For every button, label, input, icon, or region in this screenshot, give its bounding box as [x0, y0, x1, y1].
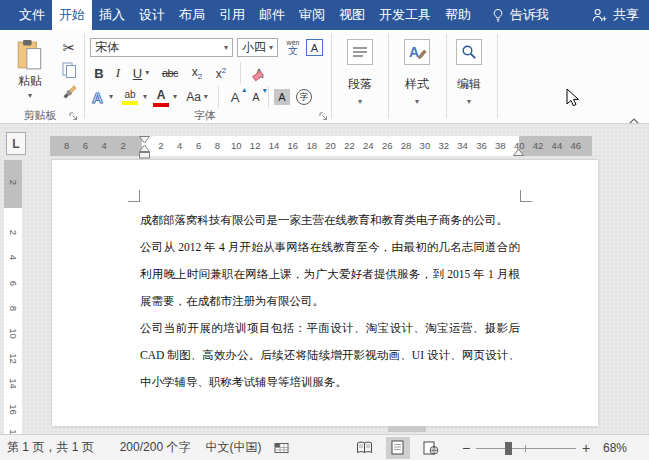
- clipboard-dialog-launcher[interactable]: [68, 109, 78, 119]
- ribbon-tab[interactable]: 开始: [52, 0, 92, 30]
- copy-button[interactable]: [57, 60, 81, 80]
- document-text-line[interactable]: 利用晚上时间兼职在网络上课，为广大爱好者提供服务，到 2015 年 1 月根据发: [140, 261, 520, 288]
- ribbon-tab[interactable]: 视图: [332, 0, 372, 30]
- editing-group-button[interactable]: 编辑 ▾: [450, 36, 488, 120]
- ribbon-tab[interactable]: 开发工具: [372, 0, 438, 30]
- character-shading-icon: A: [274, 89, 290, 105]
- font-name-combo[interactable]: 宋体 ▾: [90, 38, 233, 57]
- ribbon-tab[interactable]: 文件: [12, 0, 52, 30]
- svg-text:A: A: [92, 90, 103, 105]
- document-page[interactable]: 成都部落窝科技有限公司是一家主营在线教育和教育类电子商务的公司。 公司从 201…: [52, 160, 598, 426]
- h-ruler-number: 8: [208, 140, 226, 151]
- zoom-slider-thumb[interactable]: [505, 442, 512, 455]
- word-window: 文件 开始 插入 设计 布局 引用 邮件 审阅 视图 开发工具 帮助: [0, 0, 649, 460]
- document-text-line[interactable]: CAD 制图、高效办公。后续还将陆续增开影视动画、UI 设计、网页设计、摄影、: [140, 342, 520, 369]
- italic-icon: I: [116, 65, 120, 81]
- ribbon-tab[interactable]: 布局: [172, 0, 212, 30]
- language-status[interactable]: 中文(中国): [205, 439, 261, 456]
- text-effects-button[interactable]: A ▾: [87, 86, 116, 108]
- tab-stop-selector[interactable]: L: [6, 132, 26, 155]
- styles-group-button[interactable]: A 样式 ▾: [398, 36, 436, 120]
- zoom-in-button[interactable]: +: [579, 439, 593, 457]
- tell-me-button[interactable]: 告诉我: [491, 6, 549, 24]
- status-bar: 第 1 页，共 1 页 200/200 个字 中文(中国): [0, 434, 649, 460]
- cut-button[interactable]: ✂: [57, 38, 81, 58]
- h-ruler-number: 34: [454, 140, 472, 151]
- document-text-line[interactable]: 中小学辅导、职称考试辅导等培训服务。: [140, 369, 520, 396]
- superscript-button[interactable]: x2: [211, 63, 231, 83]
- ribbon-tab[interactable]: 邮件: [252, 0, 292, 30]
- character-shading-button[interactable]: A: [272, 86, 292, 108]
- styles-dropdown-arrow: ▾: [415, 97, 419, 106]
- read-mode-button[interactable]: [353, 437, 377, 459]
- document-text-line[interactable]: 公司当前开展的培训项目包括：平面设计、淘宝设计、淘宝运营、摄影后期、: [140, 315, 520, 342]
- character-border-icon: A: [306, 39, 323, 56]
- change-case-button[interactable]: Aa ▾: [182, 86, 212, 108]
- subscript-button[interactable]: x2: [187, 63, 207, 83]
- italic-button[interactable]: I: [110, 63, 126, 83]
- left-indent-marker[interactable]: [139, 152, 150, 159]
- ribbon-tab[interactable]: 帮助: [438, 0, 478, 30]
- font-dialog-launcher[interactable]: [318, 109, 328, 119]
- phonetic-guide-button[interactable]: wén 文: [283, 37, 303, 58]
- h-ruler-number: 2: [152, 140, 170, 151]
- ribbon-tab[interactable]: 设计: [132, 0, 172, 30]
- ribbon-tab[interactable]: 审阅: [292, 0, 332, 30]
- h-ruler-number: 42: [529, 140, 547, 151]
- proofing-status-button[interactable]: [274, 442, 289, 454]
- h-ruler-number: 2: [114, 140, 132, 151]
- hanging-indent-marker[interactable]: [139, 144, 150, 152]
- document-text-line[interactable]: 成都部落窝科技有限公司是一家主营在线教育和教育类电子商务的公司。: [140, 207, 520, 234]
- ribbon-tab-bar: 文件 开始 插入 设计 布局 引用 邮件 审阅 视图 开发工具 帮助: [0, 0, 649, 30]
- enclose-characters-icon: 字: [296, 89, 312, 105]
- word-count-status[interactable]: 200/200 个字: [120, 439, 191, 456]
- zoom-center-tick: [525, 445, 526, 452]
- clear-formatting-button[interactable]: A: [247, 63, 271, 83]
- highlight-icon: ab: [124, 89, 135, 100]
- first-line-indent-marker[interactable]: [139, 136, 150, 144]
- grow-font-button[interactable]: A▴: [224, 86, 246, 108]
- v-ruler-number: 14: [8, 377, 19, 391]
- print-layout-button[interactable]: [386, 437, 410, 459]
- zoom-percentage[interactable]: 68%: [603, 441, 627, 455]
- dialog-launcher-icon: [69, 112, 78, 121]
- horizontal-scrollbar-thumb[interactable]: [388, 426, 426, 432]
- paste-button[interactable]: 粘贴 ▾: [8, 36, 52, 102]
- enclose-characters-button[interactable]: 字: [294, 86, 314, 108]
- underline-button[interactable]: U ▾: [128, 63, 154, 83]
- h-ruler-number: 38: [491, 140, 509, 151]
- share-button[interactable]: 共享: [591, 6, 639, 24]
- book-icon: [356, 441, 373, 454]
- document-text-line[interactable]: 展需要，在成都市注册为有限公司。: [140, 288, 520, 315]
- web-layout-button[interactable]: [419, 437, 443, 459]
- strikethrough-button[interactable]: abc: [157, 63, 183, 83]
- highlight-dropdown[interactable]: ▾: [140, 86, 150, 108]
- format-painter-button[interactable]: [57, 82, 81, 102]
- h-ruler: 8642246810121416182022242628303234363840…: [50, 136, 592, 156]
- font-color-dropdown[interactable]: ▾: [170, 86, 180, 108]
- right-indent-marker[interactable]: [513, 148, 524, 156]
- shrink-font-button[interactable]: A▾: [246, 86, 266, 108]
- character-border-button[interactable]: A: [305, 38, 324, 57]
- paragraph-group-button[interactable]: 段落 ▾: [341, 36, 379, 120]
- svg-text:A: A: [409, 44, 419, 60]
- font-size-combo[interactable]: 小四 ▾: [237, 38, 278, 57]
- page-number-status[interactable]: 第 1 页，共 1 页: [7, 439, 94, 456]
- h-ruler-number: 10: [227, 140, 245, 151]
- font-color-button[interactable]: A: [150, 86, 172, 108]
- styles-icon: A: [408, 44, 427, 60]
- font-color-icon: A: [157, 88, 166, 102]
- v-ruler-number: 6: [8, 276, 19, 290]
- ribbon-tab[interactable]: 插入: [92, 0, 132, 30]
- highlight-color-button[interactable]: ab: [118, 86, 142, 108]
- ribbon-tab[interactable]: 引用: [212, 0, 252, 30]
- zoom-slider[interactable]: [476, 439, 576, 457]
- zoom-out-button[interactable]: −: [459, 439, 473, 457]
- highlight-color-bar: [122, 101, 138, 105]
- bold-button[interactable]: B: [90, 63, 108, 83]
- brush-icon: [61, 84, 78, 101]
- clipboard-icon: [16, 39, 44, 71]
- h-ruler-number: 28: [397, 140, 415, 151]
- document-text-line[interactable]: 公司从 2012 年 4 月开始从事网络在线教育至今，由最初的几名志同道合的朋友: [140, 234, 520, 261]
- collapse-ribbon-button[interactable]: [626, 112, 642, 122]
